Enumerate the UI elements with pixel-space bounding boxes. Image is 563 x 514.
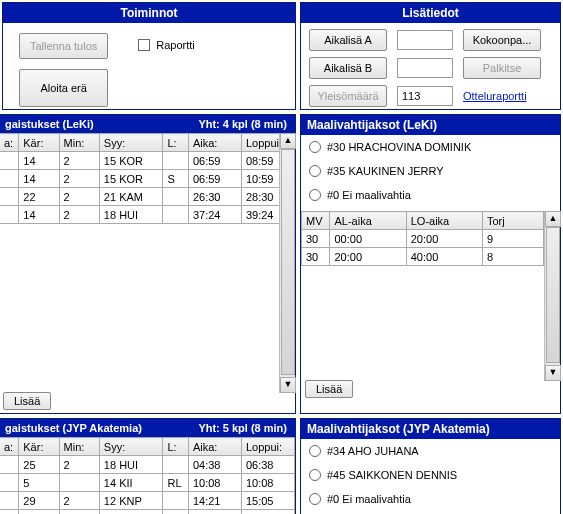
table-row[interactable]: 14215 KORS06:5910:59 (0, 170, 295, 188)
goalie-option[interactable]: #34 AHO JUHANA (301, 439, 560, 463)
panel-leki-penalties: gaistukset (LeKi) Yht: 4 kpl (8 min) a:K… (0, 114, 296, 414)
panel-jyp-penalties: gaistukset (JYP Akatemia) Yht: 5 kpl (8 … (0, 418, 296, 514)
aloita-era-button[interactable]: Aloita erä (19, 69, 108, 107)
scroll-thumb[interactable] (546, 227, 560, 363)
radio-icon (309, 445, 321, 457)
table-row[interactable]: 22221 KAM26:3028:30 (0, 188, 295, 206)
goalie-option[interactable]: #0 Ei maalivahtia (301, 183, 560, 207)
raportti-label: Raportti (156, 39, 195, 51)
jyp-penalties-table[interactable]: a:Kär:Min:Syy:L:Aika:Loppui:25218 HUI04:… (0, 437, 295, 514)
panel-lisatiedot: Lisätiedot Aikalisä A Kokoonpa... Aikali… (300, 2, 561, 110)
raportti-checkbox[interactable]: Raportti (138, 39, 195, 51)
otteluraportti-link[interactable]: Otteluraportti (463, 90, 541, 102)
radio-icon (309, 469, 321, 481)
table-row[interactable]: 14215 KOR06:5908:59 (0, 152, 295, 170)
goalie-option[interactable]: #35 KAUKINEN JERRY (301, 159, 560, 183)
jyp-gk-header: Maalivahtijaksot (JYP Akatemia) (301, 419, 560, 439)
table-row[interactable]: 14213 VKV22:4724:47 (0, 510, 295, 515)
tallenna-tulos-button[interactable]: Tallenna tulos (19, 33, 108, 59)
radio-icon (309, 189, 321, 201)
aikalisa-b-input[interactable] (397, 58, 453, 78)
panel-jyp-goalie: Maalivahtijaksot (JYP Akatemia) #34 AHO … (300, 418, 561, 514)
toiminnot-title: Toiminnot (3, 3, 295, 23)
aikalisa-b-button[interactable]: Aikalisä B (309, 57, 387, 79)
goalie-option[interactable]: #45 SAIKKONEN DENNIS (301, 463, 560, 487)
leki-gk-lisaa-button[interactable]: Lisää (305, 380, 353, 398)
scroll-thumb[interactable] (281, 149, 295, 375)
goalie-option[interactable]: #30 HRACHOVINA DOMINIK (301, 135, 560, 159)
table-row[interactable]: 3020:0040:008 (302, 248, 544, 266)
aikalisa-a-input[interactable] (397, 30, 453, 50)
table-row[interactable]: 14218 HUI37:2439:24 (0, 206, 295, 224)
kokoonpa-button[interactable]: Kokoonpa... (463, 29, 541, 51)
table-row[interactable]: 29212 KNP14:2115:05 (0, 492, 295, 510)
leki-gk-table[interactable]: MVAL-aikaLO-aikaTorj3000:0020:0093020:00… (301, 211, 544, 266)
radio-icon (309, 493, 321, 505)
panel-toiminnot: Toiminnot Tallenna tulos Aloita erä Rapo… (2, 2, 296, 110)
aikalisa-a-button[interactable]: Aikalisä A (309, 29, 387, 51)
table-row[interactable]: 514 KIIRL10:0810:08 (0, 474, 295, 492)
radio-icon (309, 141, 321, 153)
leki-pen-header: gaistukset (LeKi) Yht: 4 kpl (8 min) (0, 115, 295, 133)
table-row[interactable]: 3000:0020:009 (302, 230, 544, 248)
radio-icon (309, 165, 321, 177)
lisatiedot-title: Lisätiedot (301, 3, 560, 23)
scroll-down-icon[interactable]: ▼ (545, 365, 561, 381)
scroll-up-icon[interactable]: ▲ (545, 211, 561, 227)
scroll-down-icon[interactable]: ▼ (280, 377, 296, 393)
checkbox-icon (138, 39, 150, 51)
yleisomaara-input[interactable] (397, 86, 453, 106)
panel-leki-goalie: Maalivahtijaksot (LeKi) #30 HRACHOVINA D… (300, 114, 561, 414)
palkitse-button[interactable]: Palkitse (463, 57, 541, 79)
scroll-up-icon[interactable]: ▲ (280, 133, 296, 149)
yleisomaara-button[interactable]: Yleisömäärä (309, 85, 387, 107)
goalie-option[interactable]: #0 Ei maalivahtia (301, 487, 560, 511)
table-row[interactable]: 25218 HUI04:3806:38 (0, 456, 295, 474)
leki-penalties-table[interactable]: a:Kär:Min:Syy:L:Aika:Loppui:14215 KOR06:… (0, 133, 295, 224)
jyp-pen-header: gaistukset (JYP Akatemia) Yht: 5 kpl (8 … (0, 419, 295, 437)
leki-gk-header: Maalivahtijaksot (LeKi) (301, 115, 560, 135)
leki-pen-lisaa-button[interactable]: Lisää (3, 392, 51, 410)
